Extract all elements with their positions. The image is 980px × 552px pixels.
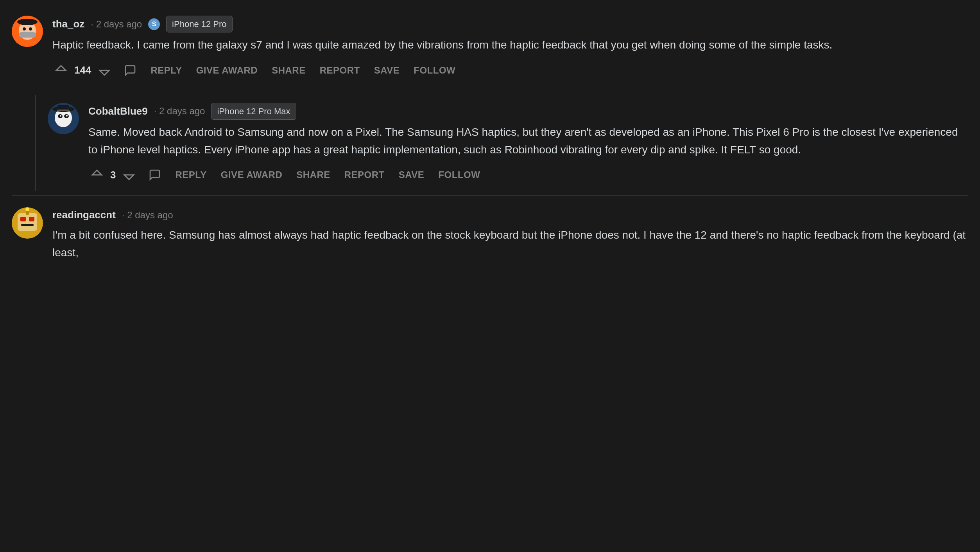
comment-2-text: Same. Moved back Android to Samsung and … (88, 124, 968, 159)
upvote-button-2[interactable] (88, 166, 106, 183)
svg-point-2 (23, 27, 26, 31)
comment-2: CobaltBlue9 · 2 days ago iPhone 12 Pro M… (35, 95, 968, 192)
comment-1-body: tha_oz · 2 days ago S iPhone 12 Pro Hapt… (52, 16, 968, 79)
comment-icon-button[interactable] (121, 62, 140, 79)
comment-2-timestamp: · 2 days ago (154, 104, 205, 118)
downvote-button[interactable] (96, 62, 113, 79)
avatar-cobalt (48, 103, 79, 134)
comment-2-action-bar: 3 Reply Give Award Share Report S (88, 166, 968, 183)
svg-rect-18 (20, 217, 26, 221)
report-button-1[interactable]: Report (317, 63, 363, 78)
report-button-2[interactable]: Report (341, 167, 388, 183)
upvote-icon-2 (90, 168, 104, 182)
follow-button-2[interactable]: Follow (435, 167, 483, 183)
svg-point-11 (60, 115, 61, 117)
comment-2-username[interactable]: CobaltBlue9 (88, 104, 148, 119)
svg-point-3 (29, 27, 32, 31)
svg-point-22 (25, 207, 29, 211)
svg-point-12 (66, 115, 68, 117)
comment-3: readingaccnt · 2 days ago I'm a bit conf… (12, 200, 968, 277)
give-award-button-2[interactable]: Give Award (218, 167, 285, 183)
comment-2-header: CobaltBlue9 · 2 days ago iPhone 12 Pro M… (88, 103, 968, 120)
share-button-1[interactable]: Share (269, 63, 309, 78)
comment-3-header: readingaccnt · 2 days ago (52, 207, 968, 223)
comment-2-flair: iPhone 12 Pro Max (211, 103, 296, 120)
avatar-reading (12, 207, 43, 239)
upvote-button[interactable] (52, 62, 70, 79)
give-award-button-1[interactable]: Give Award (193, 63, 261, 78)
vote-count: 144 (74, 63, 91, 78)
svg-rect-17 (18, 213, 37, 231)
comment-icon-button-2[interactable] (145, 166, 164, 183)
vote-section: 144 (52, 62, 113, 79)
verified-badge: S (148, 18, 160, 30)
comment-1-timestamp: · 2 days ago (91, 17, 142, 31)
save-button-1[interactable]: Save (371, 63, 403, 78)
upvote-icon (54, 63, 68, 77)
comment-icon (124, 64, 136, 77)
downvote-icon-2 (122, 168, 136, 182)
comment-3-text: I'm a bit confused here. Samsung has alm… (52, 227, 968, 262)
comment-1-flair: iPhone 12 Pro (166, 16, 232, 32)
downvote-icon (97, 63, 111, 77)
reply-button-1[interactable]: Reply (147, 63, 185, 78)
svg-rect-6 (21, 19, 34, 25)
svg-rect-15 (57, 110, 69, 111)
comment-2-body: CobaltBlue9 · 2 days ago iPhone 12 Pro M… (88, 103, 968, 184)
downvote-button-2[interactable] (120, 166, 138, 183)
svg-rect-20 (21, 224, 34, 226)
comment-3-username[interactable]: readingaccnt (52, 207, 116, 223)
follow-button-1[interactable]: Follow (410, 63, 459, 78)
divider-1 (12, 91, 968, 91)
comment-1-header: tha_oz · 2 days ago S iPhone 12 Pro (52, 16, 968, 32)
vote-section-2: 3 (88, 166, 138, 183)
vote-count-2: 3 (110, 167, 116, 183)
svg-rect-19 (29, 217, 34, 221)
comment-3-body: readingaccnt · 2 days ago I'm a bit conf… (52, 207, 968, 270)
save-button-2[interactable]: Save (396, 167, 428, 183)
comment-3-timestamp: · 2 days ago (122, 208, 173, 222)
divider-2 (12, 195, 968, 196)
comment-1-username[interactable]: tha_oz (52, 16, 84, 32)
share-button-2[interactable]: Share (293, 167, 333, 183)
comment-icon-2 (149, 169, 161, 181)
comment-1: tha_oz · 2 days ago S iPhone 12 Pro Hapt… (12, 8, 968, 87)
svg-rect-4 (19, 32, 36, 38)
avatar (12, 16, 43, 47)
comments-container: tha_oz · 2 days ago S iPhone 12 Pro Hapt… (0, 8, 980, 277)
comment-1-text: Haptic feedback. I came from the galaxy … (52, 36, 968, 54)
reply-button-2[interactable]: Reply (172, 167, 210, 183)
comment-1-action-bar: 144 Reply Give Award Share Report (52, 62, 968, 79)
